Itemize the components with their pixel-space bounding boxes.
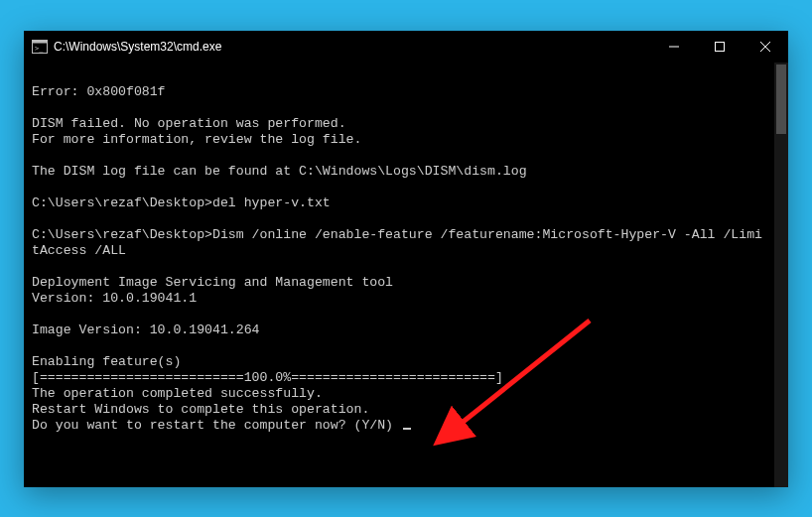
- terminal-line: [==========================100.0%=======…: [32, 370, 766, 386]
- terminal-line: Image Version: 10.0.19041.264: [32, 323, 766, 338]
- text-cursor: [403, 428, 411, 430]
- terminal-line: Restart Windows to complete this operati…: [32, 402, 766, 418]
- terminal-line: C:\Users\rezaf\Desktop>del hyper-v.txt: [32, 195, 766, 211]
- svg-rect-1: [33, 40, 48, 43]
- terminal-line: [32, 180, 766, 195]
- svg-rect-3: [669, 46, 679, 47]
- terminal-line: Error: 0x800f081f: [32, 84, 766, 100]
- terminal-line: [32, 259, 766, 275]
- minimize-icon: [669, 42, 679, 52]
- svg-text:>_: >_: [35, 45, 44, 53]
- terminal-line: Deployment Image Servicing and Managemen…: [32, 275, 766, 291]
- titlebar[interactable]: >_ C:\Windows\System32\cmd.exe: [24, 31, 788, 63]
- minimize-button[interactable]: [651, 31, 697, 63]
- terminal-line: DISM failed. No operation was performed.: [32, 116, 766, 132]
- terminal-line: Enabling feature(s): [32, 354, 766, 370]
- terminal-line: C:\Users\rezaf\Desktop>Dism /online /ena…: [32, 227, 766, 259]
- close-icon: [760, 42, 770, 52]
- window-title: C:\Windows\System32\cmd.exe: [54, 40, 221, 54]
- maximize-button[interactable]: [697, 31, 743, 63]
- terminal-line: The operation completed successfully.: [32, 386, 766, 402]
- terminal-line: For more information, review the log fil…: [32, 132, 766, 148]
- cmd-icon: >_: [32, 39, 48, 55]
- maximize-icon: [715, 42, 725, 52]
- terminal-line: Do you want to restart the computer now?…: [32, 418, 766, 434]
- vertical-scrollbar[interactable]: [774, 63, 788, 487]
- terminal-line: Version: 10.0.19041.1: [32, 291, 766, 307]
- terminal-line: [32, 148, 766, 164]
- terminal-line: [32, 307, 766, 323]
- terminal-line: [32, 338, 766, 354]
- client-area: Error: 0x800f081fDISM failed. No operati…: [24, 63, 788, 487]
- close-button[interactable]: [743, 31, 788, 63]
- terminal-output[interactable]: Error: 0x800f081fDISM failed. No operati…: [24, 63, 774, 487]
- terminal-line: [32, 68, 766, 84]
- terminal-line: [32, 100, 766, 116]
- cmd-window: >_ C:\Windows\System32\cmd.exe Error: 0x…: [24, 31, 788, 487]
- terminal-line: The DISM log file can be found at C:\Win…: [32, 164, 766, 180]
- scrollbar-thumb[interactable]: [776, 65, 786, 134]
- svg-rect-4: [716, 42, 725, 51]
- terminal-line: [32, 211, 766, 227]
